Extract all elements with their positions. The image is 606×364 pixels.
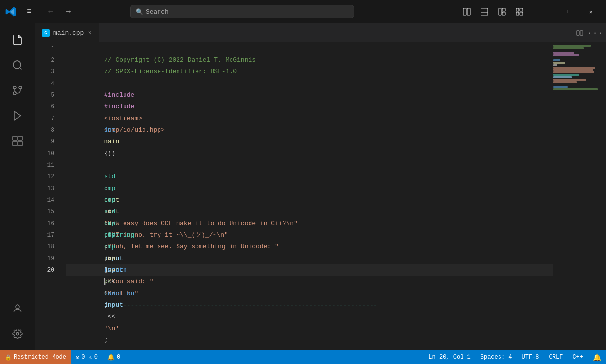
notifications[interactable]: 🔔 0 [103,350,125,364]
svg-marker-16 [14,111,21,120]
line-ending-label: CRLF [549,354,563,361]
line-num-18: 18 [35,241,62,253]
forward-icon: → [66,7,71,16]
code-line-15: cmp :: uout << U"You said: " << input <<… [66,206,553,218]
code-line-10: std :: cout << "How easy does CCL make i… [66,148,553,159]
line-num-20: 20 [35,264,62,276]
main-area: C main.cpp × ··· 1 2 3 4 5 [0,23,606,350]
bell-status-icon: 🔔 [593,353,601,362]
text-cursor [104,278,105,285]
language-mode[interactable]: C++ [568,350,588,364]
code-line-9: { [66,136,553,148]
customize-layout-button[interactable] [512,4,527,19]
more-actions-button[interactable]: ··· [588,26,602,40]
search-bar[interactable]: 🔍 Search [130,5,354,18]
line-num-16: 16 [35,218,62,229]
file-icon-letter: C [44,31,47,35]
warning-count: 0 [94,354,98,361]
window-controls: — □ ✕ [535,4,602,19]
svg-point-21 [16,305,19,309]
cursor-position[interactable]: Ln 20, Col 1 [424,350,475,364]
svg-rect-18 [18,136,22,140]
svg-rect-17 [13,136,17,140]
activity-extensions[interactable] [6,129,29,153]
position-label: Ln 20, Col 1 [428,354,470,361]
minimap[interactable] [553,43,601,350]
line-ending[interactable]: CRLF [544,350,568,364]
svg-point-22 [16,332,19,335]
vscode-logo [4,5,18,18]
tab-bar: C main.cpp × ··· [35,23,606,43]
titlebar-actions [459,4,527,19]
toggle-panel-button[interactable] [477,4,492,19]
close-button[interactable]: ✕ [580,4,602,19]
code-line-12: cmp :: uout << u"Huh, let me see. Say so… [66,171,553,183]
forward-button[interactable]: → [60,4,76,19]
code-line-20 [66,264,553,276]
maximize-icon: □ [567,9,570,15]
tab-close-button[interactable]: × [88,29,91,37]
line-num-8: 8 [35,124,62,136]
ellipsis-icon: ··· [588,29,603,37]
activity-bar [0,23,35,350]
status-bar: 🔒 Restricted Mode ⊗ 0 ⚠ 0 🔔 0 Ln 20, Col… [0,350,606,364]
code-line-13: std :: u8string input ; [66,183,553,194]
close-icon: ✕ [589,9,593,15]
status-right: Ln 20, Col 1 Spaces: 4 UTF-8 CRLF C++ 🔔 [424,350,606,364]
restricted-mode-badge[interactable]: 🔒 Restricted Mode [0,350,71,364]
bell-icon: 🔔 [107,354,115,361]
line-num-2: 2 [35,54,62,66]
encoding[interactable]: UTF-8 [517,350,544,364]
back-button[interactable]: ← [43,4,58,19]
line-numbers: 1 2 3 4 5 6 7 8 9 10 11 12 13 14 15 16 1… [35,43,62,350]
warning-icon: ⚠ [89,354,92,361]
svg-rect-6 [502,12,505,15]
split-right-button[interactable] [573,26,587,40]
code-editor[interactable]: 1 2 3 4 5 6 7 8 9 10 11 12 13 14 15 16 1… [35,43,606,350]
vertical-scrollbar[interactable] [601,43,606,350]
line-num-15: 15 [35,206,62,218]
line-num-6: 6 [35,101,62,113]
svg-rect-5 [502,8,505,11]
errors-warnings[interactable]: ⊗ 0 ⚠ 0 [71,350,103,364]
notifications-bell[interactable]: 🔔 [588,350,606,364]
code-line-19: } // function --------------------------… [66,253,553,264]
svg-rect-23 [577,30,579,35]
code-line-11: cmp :: uout << u8"I dunno, try it ~\\_(ツ… [66,159,553,171]
activity-explorer[interactable] [6,28,29,52]
language-label: C++ [572,354,583,361]
status-left: 🔒 Restricted Mode ⊗ 0 ⚠ 0 🔔 0 [0,350,125,364]
line-num-19: 19 [35,253,62,264]
svg-rect-8 [520,8,523,11]
menu-button[interactable]: ≡ [21,4,37,19]
file-icon: C [42,29,50,37]
activity-settings[interactable] [6,322,29,346]
maximize-button[interactable]: □ [557,4,580,19]
nav-buttons: ← → [43,4,76,19]
svg-rect-2 [481,8,488,15]
tab-actions: ··· [573,26,606,40]
line-num-12: 12 [35,171,62,183]
code-content[interactable]: // Copyright (C) 2022 Daniel T. McGinnis… [62,43,553,350]
editor-area: C main.cpp × ··· 1 2 3 4 5 [35,23,606,350]
line-num-4: 4 [35,78,62,89]
code-line-1: // Copyright (C) 2022 Daniel T. McGinnis [66,43,553,54]
svg-point-11 [13,61,21,69]
line-num-1: 1 [35,43,62,54]
minimize-button[interactable]: — [535,4,557,19]
minimize-icon: — [545,9,548,15]
indentation[interactable]: Spaces: 4 [476,350,517,364]
activity-source-control[interactable] [6,79,29,102]
line-num-9: 9 [35,136,62,148]
activity-account[interactable] [6,297,29,320]
svg-rect-4 [499,8,501,15]
activity-run-debug[interactable] [6,104,29,127]
line-num-7: 7 [35,113,62,124]
layout-button[interactable] [494,4,510,19]
split-editor-button[interactable] [459,4,475,19]
tab-main-cpp[interactable]: C main.cpp × [35,23,99,43]
svg-rect-7 [516,8,519,11]
activity-search[interactable] [6,53,29,77]
restricted-mode-label: Restricted Mode [14,354,66,361]
hamburger-icon: ≡ [27,7,32,16]
